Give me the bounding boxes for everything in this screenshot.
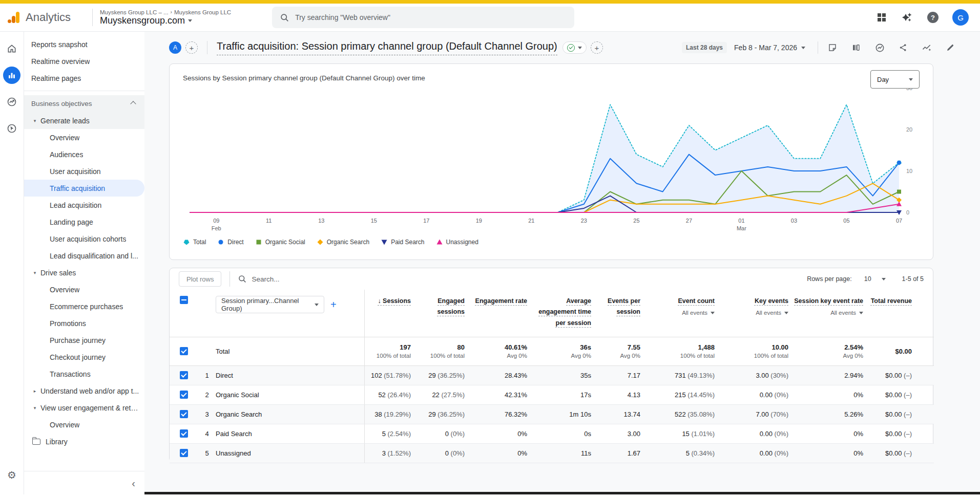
chevron-down-icon xyxy=(188,19,192,22)
home-icon[interactable] xyxy=(3,40,20,57)
sidebar-item-drive-sales[interactable]: ▾Drive sales xyxy=(24,264,144,281)
reports-icon[interactable] xyxy=(3,67,20,84)
metric-cell: $0.00 (–) xyxy=(865,424,914,443)
date-range-selector[interactable]: Feb 8 - Mar 7, 2026 xyxy=(734,44,805,52)
sidebar-item-generate-leads[interactable]: ▾Generate leads xyxy=(24,112,144,129)
add-comparison-icon[interactable]: + xyxy=(185,41,198,54)
sidebar-item-checkout-journey[interactable]: Checkout journey xyxy=(24,349,144,365)
collapse-icon[interactable]: ▾ xyxy=(29,118,40,123)
cell-value: 38 xyxy=(374,410,382,418)
sidebar-item-overview[interactable]: Overview xyxy=(24,281,144,298)
row-checkbox[interactable] xyxy=(180,410,188,418)
column-header-total-revenue[interactable]: Total revenue xyxy=(865,290,914,337)
sidebar-item-overview[interactable]: Overview xyxy=(24,129,144,146)
chevron-down-icon[interactable] xyxy=(882,278,886,280)
explore-icon[interactable] xyxy=(3,93,20,111)
insights-circle-icon[interactable] xyxy=(873,41,886,54)
cell-value: 3.00 xyxy=(628,430,640,438)
cell-subvalue: (–) xyxy=(902,449,912,457)
gemini-sparkle-icon[interactable] xyxy=(901,11,913,24)
column-header-event-count[interactable]: Event countAll events xyxy=(642,290,717,337)
sidebar-item-purchase-journey[interactable]: Purchase journey xyxy=(24,332,144,349)
add-metric-icon[interactable]: + xyxy=(591,41,603,54)
collapse-sidebar-icon[interactable]: ‹ xyxy=(132,478,135,488)
sidebar-item-view-user-engagement-rete[interactable]: ▾View user engagement & rete... xyxy=(24,399,144,416)
sidebar-item-realtime-pages[interactable]: Realtime pages xyxy=(24,70,144,87)
row-checkbox[interactable] xyxy=(180,391,188,399)
column-header-average-engagement-time-per-session[interactable]: Average engagement time per session xyxy=(529,290,593,337)
granularity-select[interactable]: Day xyxy=(870,70,920,89)
add-dimension-icon[interactable]: + xyxy=(330,299,337,311)
chevron-up-icon[interactable] xyxy=(130,101,136,106)
select-all-checkbox[interactable] xyxy=(180,296,188,304)
column-filter[interactable]: All events xyxy=(642,310,715,316)
dimension-selector[interactable]: Session primary...Channel Group) xyxy=(216,296,324,313)
grid-apps-icon[interactable] xyxy=(875,11,888,24)
legend-item-organic-search: Organic Search xyxy=(317,239,369,246)
row-checkbox[interactable] xyxy=(180,429,188,438)
metric-cell: 28.43% xyxy=(467,365,529,385)
column-header-engaged-sessions[interactable]: Engaged sessions xyxy=(413,290,467,337)
column-header-events-per-session[interactable]: Events per session xyxy=(593,290,642,337)
column-header-key-events[interactable]: Key eventsAll events xyxy=(717,290,790,337)
sidebar-item-user-acquisition-cohorts[interactable]: User acquisition cohorts xyxy=(24,230,144,247)
sidebar-item-library[interactable]: Library xyxy=(24,433,144,450)
sidebar-item-landing-page[interactable]: Landing page xyxy=(24,213,144,230)
sidebar-item-realtime-overview[interactable]: Realtime overview xyxy=(24,53,144,70)
analytics-logo[interactable]: Analytics xyxy=(0,11,92,24)
sidebar-item-lead-acquisition[interactable]: Lead acquisition xyxy=(24,197,144,213)
help-icon[interactable]: ? xyxy=(927,11,939,24)
rows-per-page-value[interactable]: 10 xyxy=(864,275,871,283)
global-search[interactable]: Try searching "Web overview" xyxy=(272,7,574,28)
sidebar-item-traffic-acquisition[interactable]: Traffic acquisition xyxy=(24,180,144,197)
metric-cell: $0.00 (–) xyxy=(865,365,914,385)
collapse-icon[interactable]: ▾ xyxy=(29,270,40,275)
sidebar-item-label: Ecommerce purchases xyxy=(50,302,123,311)
share-icon[interactable] xyxy=(897,41,909,54)
report-title[interactable]: Traffic acquisition: Session primary cha… xyxy=(217,40,557,55)
legend-label: Organic Search xyxy=(327,239,369,246)
row-select-cell xyxy=(170,404,198,424)
comparison-chip[interactable]: A xyxy=(169,41,181,54)
admin-gear-icon[interactable]: ⚙ xyxy=(7,469,16,481)
metric-cell: 52 (26.4%) xyxy=(364,385,413,404)
property-selector[interactable]: Muyskensgroup.com xyxy=(100,15,231,26)
cell-subvalue: (70%) xyxy=(769,410,788,418)
column-header-session-key-event-rate[interactable]: Session key event rateAll events xyxy=(790,290,865,337)
user-avatar[interactable]: G xyxy=(952,9,969,26)
sidebar-item-lead-disqualification-and-l[interactable]: Lead disqualification and l... xyxy=(24,247,144,264)
sidebar-item-overview[interactable]: Overview xyxy=(24,416,144,433)
sidebar-item-audiences[interactable]: Audiences xyxy=(24,146,144,163)
column-filter[interactable]: All events xyxy=(717,310,788,316)
channel-name-cell: Organic Social xyxy=(216,385,364,404)
sidebar-item-ecommerce-purchases[interactable]: Ecommerce purchases xyxy=(24,298,144,315)
comparison-panel-icon[interactable] xyxy=(850,41,862,54)
sidebar-item-transactions[interactable]: Transactions xyxy=(24,365,144,382)
table-search-input[interactable] xyxy=(252,275,405,283)
sidebar-item-reports-snapshot[interactable]: Reports snapshot xyxy=(24,36,144,53)
cell-value: 0 xyxy=(445,430,449,438)
column-filter[interactable]: All events xyxy=(790,310,863,316)
row-checkbox[interactable] xyxy=(180,371,188,379)
analytics-logo-icon xyxy=(7,11,20,24)
row-checkbox[interactable] xyxy=(180,449,188,457)
expand-icon[interactable]: ▸ xyxy=(29,388,40,394)
advertising-icon[interactable] xyxy=(3,120,20,137)
insights-spark-icon[interactable] xyxy=(921,41,933,54)
bottom-strip xyxy=(144,492,980,494)
cell-value: 42.31% xyxy=(505,391,527,399)
row-checkbox[interactable] xyxy=(180,347,188,355)
sidebar-item-business-objectives[interactable]: Business objectives xyxy=(24,95,144,112)
note-icon[interactable] xyxy=(826,41,839,54)
sidebar-item-understand-web-and-or-app-t[interactable]: ▸Understand web and/or app t... xyxy=(24,382,144,399)
plot-rows-button[interactable]: Plot rows xyxy=(179,271,221,287)
account-switcher[interactable]: Muyskens Group LLC – ... › Muyskens Grou… xyxy=(100,9,231,26)
sidebar-item-user-acquisition[interactable]: User acquisition xyxy=(24,163,144,180)
column-header-sessions[interactable]: ↓ Sessions xyxy=(364,290,413,337)
total-cell: 2.54%Avg 0% xyxy=(790,337,865,365)
sidebar-item-promotions[interactable]: Promotions xyxy=(24,315,144,332)
collapse-icon[interactable]: ▾ xyxy=(29,405,40,410)
edit-pencil-icon[interactable] xyxy=(944,41,956,54)
column-header-engagement-rate[interactable]: Engagement rate xyxy=(467,290,529,337)
data-quality-badge[interactable] xyxy=(562,41,587,54)
